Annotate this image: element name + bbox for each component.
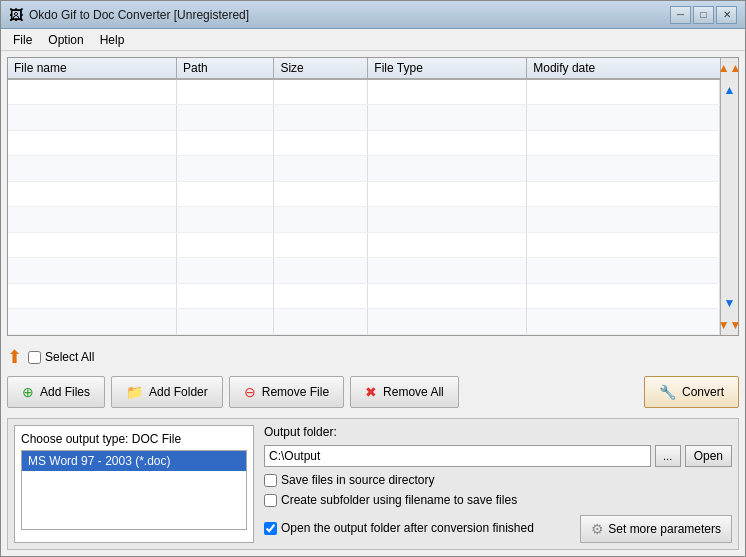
scroll-to-bottom-button[interactable]: ▼▼ (722, 317, 738, 333)
open-after-conversion-label[interactable]: Open the output folder after conversion … (281, 521, 534, 535)
gear-icon: ⚙ (591, 521, 604, 537)
more-params-button[interactable]: ⚙ Set more parameters (580, 515, 732, 543)
create-subfolder-row: Create subfolder using filename to save … (264, 493, 732, 507)
title-buttons: ─ □ ✕ (670, 6, 737, 24)
select-all-text: Select All (45, 350, 94, 364)
file-table-container: File name Path Size File Type Modify dat… (7, 57, 739, 336)
menu-file[interactable]: File (5, 31, 40, 49)
table-row (8, 232, 720, 258)
output-folder-row: ... Open (264, 445, 732, 467)
output-type-panel: Choose output type: DOC File MS Word 97 … (14, 425, 254, 543)
table-row (8, 258, 720, 284)
output-type-list[interactable]: MS Word 97 - 2003 (*.doc) (21, 450, 247, 530)
open-folder-button[interactable]: Open (685, 445, 732, 467)
add-folder-icon: 📁 (126, 384, 143, 400)
scroll-up-button[interactable]: ▲ (722, 82, 738, 98)
file-table: File name Path Size File Type Modify dat… (8, 58, 720, 335)
app-icon: 🖼 (9, 7, 23, 23)
col-filetype: File Type (368, 58, 527, 79)
add-files-label: Add Files (40, 385, 90, 399)
remove-file-icon: ⊖ (244, 384, 256, 400)
select-all-row: ⬆ Select All (7, 342, 739, 370)
remove-all-label: Remove All (383, 385, 444, 399)
output-folder-input[interactable] (264, 445, 651, 467)
create-subfolder-label[interactable]: Create subfolder using filename to save … (281, 493, 517, 507)
table-row (8, 181, 720, 207)
add-folder-button[interactable]: 📁 Add Folder (111, 376, 223, 408)
col-size: Size (274, 58, 368, 79)
maximize-button[interactable]: □ (693, 6, 714, 24)
title-bar: 🖼 Okdo Gif to Doc Converter [Unregistere… (1, 1, 745, 29)
save-in-source-label[interactable]: Save files in source directory (281, 473, 434, 487)
remove-all-button[interactable]: ✖ Remove All (350, 376, 459, 408)
menu-help[interactable]: Help (92, 31, 133, 49)
convert-button[interactable]: 🔧 Convert (644, 376, 739, 408)
col-filename: File name (8, 58, 177, 79)
remove-all-icon: ✖ (365, 384, 377, 400)
output-type-item-doc[interactable]: MS Word 97 - 2003 (*.doc) (22, 451, 246, 471)
main-window: 🖼 Okdo Gif to Doc Converter [Unregistere… (0, 0, 746, 557)
output-folder-label: Output folder: (264, 425, 732, 439)
select-all-checkbox[interactable] (28, 351, 41, 364)
title-bar-left: 🖼 Okdo Gif to Doc Converter [Unregistere… (9, 7, 249, 23)
col-path: Path (177, 58, 274, 79)
upload-icon: ⬆ (7, 346, 22, 368)
file-table-wrapper: File name Path Size File Type Modify dat… (8, 58, 738, 335)
col-modifydate: Modify date (527, 58, 720, 79)
add-folder-label: Add Folder (149, 385, 208, 399)
convert-label: Convert (682, 385, 724, 399)
create-subfolder-checkbox[interactable] (264, 494, 277, 507)
output-type-label: Choose output type: DOC File (21, 432, 247, 446)
open-after-conversion-checkbox[interactable] (264, 522, 277, 535)
bottom-panel: Choose output type: DOC File MS Word 97 … (7, 418, 739, 550)
table-row (8, 156, 720, 182)
add-files-button[interactable]: ⊕ Add Files (7, 376, 105, 408)
scroll-down-button[interactable]: ▼ (722, 295, 738, 311)
more-params-label: Set more parameters (608, 522, 721, 536)
table-row (8, 207, 720, 233)
table-row (8, 105, 720, 131)
table-row (8, 309, 720, 335)
main-content: File name Path Size File Type Modify dat… (1, 51, 745, 556)
scroll-sidebar: ▲▲ ▲ ▼ ▼▼ (720, 58, 738, 335)
scroll-to-top-button[interactable]: ▲▲ (722, 60, 738, 76)
output-folder-panel: Output folder: ... Open Save files in so… (264, 425, 732, 543)
menu-bar: File Option Help (1, 29, 745, 51)
table-row (8, 130, 720, 156)
browse-button[interactable]: ... (655, 445, 681, 467)
convert-icon: 🔧 (659, 384, 676, 400)
remove-file-button[interactable]: ⊖ Remove File (229, 376, 344, 408)
table-row (8, 79, 720, 105)
table-row (8, 283, 720, 309)
button-row: ⊕ Add Files 📁 Add Folder ⊖ Remove File ✖… (7, 376, 739, 408)
close-button[interactable]: ✕ (716, 6, 737, 24)
title-text: Okdo Gif to Doc Converter [Unregistered] (29, 8, 249, 22)
save-in-source-row: Save files in source directory (264, 473, 732, 487)
menu-option[interactable]: Option (40, 31, 91, 49)
remove-file-label: Remove File (262, 385, 329, 399)
save-in-source-checkbox[interactable] (264, 474, 277, 487)
select-all-label[interactable]: Select All (28, 350, 94, 364)
open-after-conversion-row: Open the output folder after conversion … (264, 521, 534, 535)
add-files-icon: ⊕ (22, 384, 34, 400)
minimize-button[interactable]: ─ (670, 6, 691, 24)
